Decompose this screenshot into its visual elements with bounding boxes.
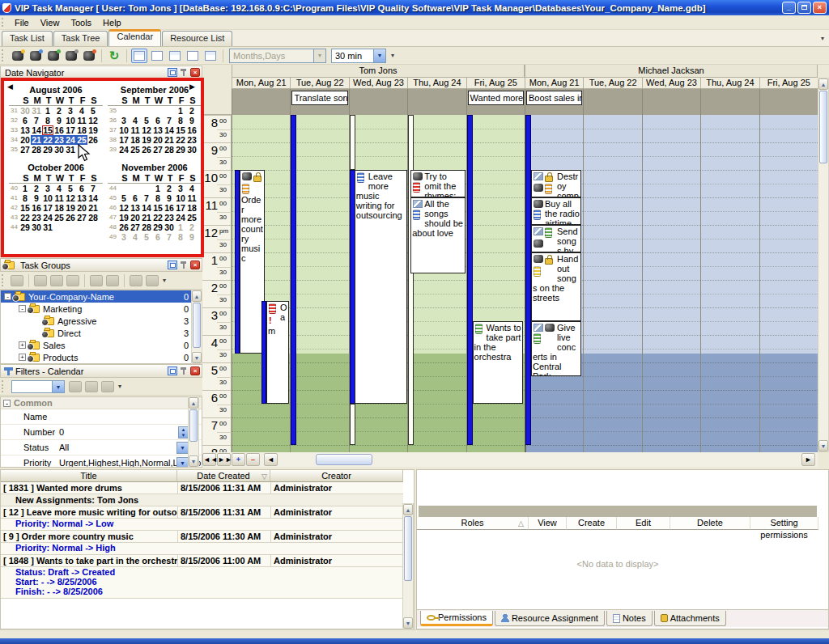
scroll-down-icon[interactable]: ▼ xyxy=(189,455,198,467)
calendar-day-cell[interactable]: 5 xyxy=(65,184,76,193)
calendar-day-cell[interactable]: 11 xyxy=(53,193,65,203)
calendar-day-cell[interactable]: 28 xyxy=(87,213,99,222)
calendar-day-cell[interactable]: 20 xyxy=(76,203,87,213)
restore-button[interactable] xyxy=(797,2,811,14)
task-groups-scrollbar[interactable]: ▲ ▼ xyxy=(191,290,202,364)
day-header[interactable]: Fri, Aug 25 xyxy=(466,78,525,89)
calendar-day-cell[interactable]: 1 xyxy=(152,184,164,193)
calendar-day-cell[interactable]: 16 xyxy=(31,203,42,213)
tab-notes[interactable]: Notes xyxy=(606,611,653,626)
menu-item-file[interactable]: File xyxy=(9,17,35,28)
calendar-day-cell[interactable]: 18 xyxy=(130,135,141,145)
calendar-day-cell[interactable]: 4 xyxy=(130,116,141,125)
calendar-event[interactable]: Wants to take part in the orchestra xyxy=(473,321,523,404)
calendar-day-cell[interactable]: 12 xyxy=(118,203,130,213)
tree-row-marketing[interactable]: -Marketing0 xyxy=(1,303,202,315)
day-header[interactable]: Mon, Aug 21 xyxy=(232,78,290,89)
calendar-day-cell[interactable]: 30 xyxy=(53,145,65,155)
calendar-day-cell[interactable]: 12 xyxy=(65,193,76,203)
calendar-day-cell[interactable]: 3 xyxy=(118,116,130,125)
calendar-day-cell[interactable]: 24 xyxy=(175,213,186,222)
notification-row[interactable]: [ 1848 ] Wants to take part in the orche… xyxy=(1,555,403,567)
day-header[interactable]: Thu, Aug 24 xyxy=(407,78,466,89)
save-filter-icon[interactable] xyxy=(101,381,114,392)
calendar-day-cell[interactable]: 30 xyxy=(19,106,31,116)
day-column[interactable] xyxy=(642,115,700,452)
minimize-panel-icon[interactable] xyxy=(168,261,177,269)
horizontal-scroll-thumb[interactable] xyxy=(316,454,372,465)
expander-icon[interactable]: - xyxy=(4,293,11,300)
filter-row-priority[interactable]: PriorityUrgent,Highest,High,Normal,Low,L… xyxy=(1,455,202,468)
calendar-day-cell[interactable]: 20 xyxy=(19,135,31,145)
calendar-day-cell[interactable]: 25 xyxy=(186,213,198,222)
allday-event[interactable]: Boost sales in A xyxy=(526,91,582,105)
day-column[interactable] xyxy=(583,115,641,452)
calendar-day-cell[interactable]: 26 xyxy=(141,145,152,155)
minimize-panel-icon[interactable] xyxy=(168,366,177,375)
first-interval-button[interactable]: ◄◄ xyxy=(202,453,216,466)
calendar-day-cell[interactable]: 13 xyxy=(152,125,164,135)
calendar-day-cell[interactable]: 3 xyxy=(118,232,130,242)
calendar-day-cell[interactable]: 18 xyxy=(76,125,87,135)
scroll-up-icon[interactable]: ▲ xyxy=(818,78,828,90)
calendar-day-cell[interactable]: 13 xyxy=(19,125,31,135)
calendar-event[interactable]: Send songs by xyxy=(531,225,581,252)
calendar-day-cell[interactable]: 14 xyxy=(87,193,99,203)
calendar-day-cell[interactable]: 28 xyxy=(31,145,42,155)
calendar-day-cell[interactable]: 30 xyxy=(31,222,42,232)
calendar-day-cell[interactable]: 2 xyxy=(186,106,198,116)
calendar-day-cell[interactable]: 8 xyxy=(175,232,186,242)
close-panel-icon[interactable]: × xyxy=(190,68,200,77)
calendar-day-cell[interactable]: 23 xyxy=(53,135,65,145)
filter-row-number[interactable]: Number0▲▼ xyxy=(1,425,202,440)
calendar-vertical-scrollbar[interactable]: ▲ ▼ xyxy=(818,78,829,452)
calendar-event[interactable]: Hand out songs on the streets xyxy=(531,252,581,321)
calendar-day-cell[interactable]: 16 xyxy=(164,203,175,213)
day-header[interactable]: Wed, Aug 23 xyxy=(349,78,407,89)
calendar-day-cell[interactable]: 16 xyxy=(53,125,65,135)
toolbar-options-caret[interactable]: ▾ xyxy=(821,35,824,42)
calendar-day-cell[interactable]: 9 xyxy=(53,116,65,125)
calendar-day-cell[interactable]: 8 xyxy=(175,116,186,125)
calendar-day-cell[interactable]: 9 xyxy=(31,193,42,203)
calendar-day-cell[interactable]: 21 xyxy=(31,135,42,145)
add-task-button[interactable] xyxy=(81,49,97,63)
calendar-day-cell[interactable]: 17 xyxy=(175,203,186,213)
calendar-day-cell[interactable]: 7 xyxy=(31,116,42,125)
calendar-day-cell[interactable]: 4 xyxy=(53,184,65,193)
calendar-day-cell[interactable]: 20 xyxy=(130,213,141,222)
calendar-day-cell[interactable]: 6 xyxy=(152,116,164,125)
notification-row[interactable]: [ 12 ] Leave more music writing for outs… xyxy=(1,506,403,519)
expand-all-icon[interactable] xyxy=(130,275,142,286)
task-history-button[interactable] xyxy=(63,49,79,63)
calendar-day-cell[interactable]: 17 xyxy=(118,135,130,145)
column-header-roles[interactable]: Roles△ xyxy=(417,517,529,530)
calendar-day-cell[interactable]: 18 xyxy=(53,203,65,213)
filter-preset-combo[interactable]: ▼ xyxy=(11,380,65,393)
expander-icon[interactable]: + xyxy=(19,354,26,361)
resource-header[interactable]: Tom Jons xyxy=(232,65,525,78)
calendar-day-cell[interactable]: 26 xyxy=(65,213,76,222)
menu-item-tools[interactable]: Tools xyxy=(65,17,97,28)
calendar-day-cell[interactable]: 22 xyxy=(42,135,53,145)
calendar-day-cell[interactable]: 21 xyxy=(141,213,152,222)
day-column[interactable] xyxy=(700,115,759,452)
day-header[interactable]: Mon, Aug 21 xyxy=(525,78,583,89)
calendar-day-cell[interactable]: 4 xyxy=(186,184,198,193)
column-header-title[interactable]: Title xyxy=(1,470,177,482)
calendar-day-cell[interactable]: 5 xyxy=(141,232,152,242)
calendar-day-cell[interactable]: 18 xyxy=(186,203,198,213)
scroll-left-icon[interactable]: ◄ xyxy=(264,453,278,466)
column-header-view[interactable]: View xyxy=(529,517,567,530)
expander-icon[interactable]: - xyxy=(19,305,26,312)
calendar-day-cell[interactable]: 1 xyxy=(19,184,31,193)
calendar-day-cell[interactable]: 2 xyxy=(53,106,65,116)
tree-row-direct[interactable]: Direct3 xyxy=(1,327,202,339)
view-mode-dropdown-icon[interactable]: ▼ xyxy=(313,49,325,62)
dropdown-icon[interactable]: ▼ xyxy=(176,442,189,454)
zoom-out-button[interactable]: – xyxy=(246,453,260,466)
calendar-day-cell[interactable]: 19 xyxy=(141,135,152,145)
calendar-day-cell[interactable]: 7 xyxy=(164,116,175,125)
calendar-day-cell[interactable]: 6 xyxy=(130,193,141,203)
calendar-day-cell[interactable]: 2 xyxy=(31,184,42,193)
